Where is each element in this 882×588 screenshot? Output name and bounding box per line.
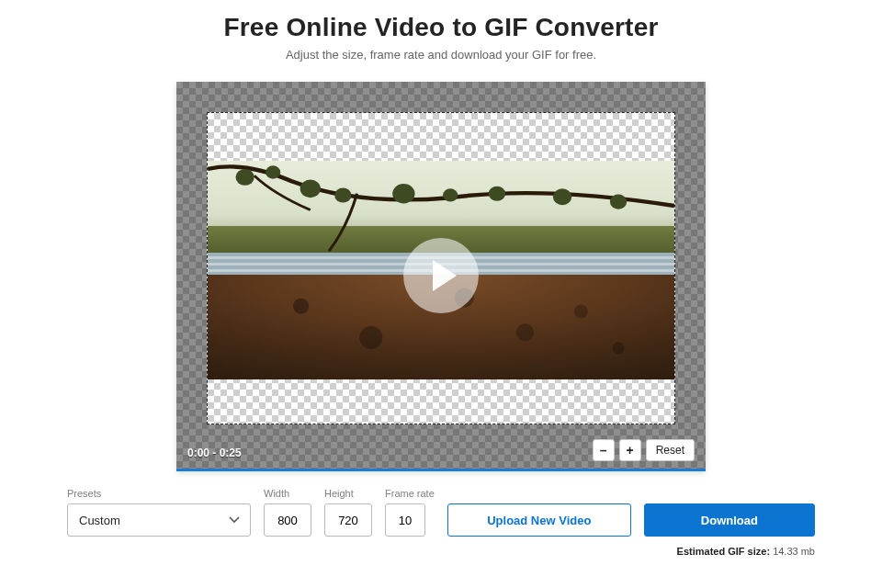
width-label: Width <box>264 488 311 499</box>
page-subtitle: Adjust the size, frame rate and download… <box>0 48 882 62</box>
height-input[interactable] <box>324 503 372 537</box>
download-button[interactable]: Download <box>644 503 815 537</box>
editor-stage: 0:00 - 0:25 – + Reset <box>176 82 706 471</box>
width-input[interactable] <box>264 503 311 537</box>
play-icon <box>433 260 457 291</box>
page-title: Free Online Video to GIF Converter <box>0 13 882 42</box>
fps-input[interactable] <box>385 503 425 537</box>
presets-select[interactable]: Custom <box>67 503 251 537</box>
fps-label: Frame rate <box>385 488 435 499</box>
zoom-out-button[interactable]: – <box>593 439 615 461</box>
height-label: Height <box>324 488 372 499</box>
presets-value: Custom <box>79 514 120 527</box>
chevron-down-icon <box>229 516 240 524</box>
zoom-reset-button[interactable]: Reset <box>646 439 695 461</box>
zoom-controls: – + Reset <box>593 439 695 461</box>
estimate-row: Estimated GIF size: 14.33 mb <box>30 546 852 557</box>
zoom-in-button[interactable]: + <box>619 439 641 461</box>
play-button[interactable] <box>403 238 479 313</box>
presets-label: Presets <box>67 488 251 499</box>
estimate-value: 14.33 mb <box>773 546 815 557</box>
estimate-label: Estimated GIF size: <box>677 546 770 557</box>
controls-row: Presets Custom Width Height Frame rate U… <box>30 488 852 537</box>
upload-button[interactable]: Upload New Video <box>447 503 631 537</box>
time-range: 0:00 - 0:25 <box>187 447 242 459</box>
